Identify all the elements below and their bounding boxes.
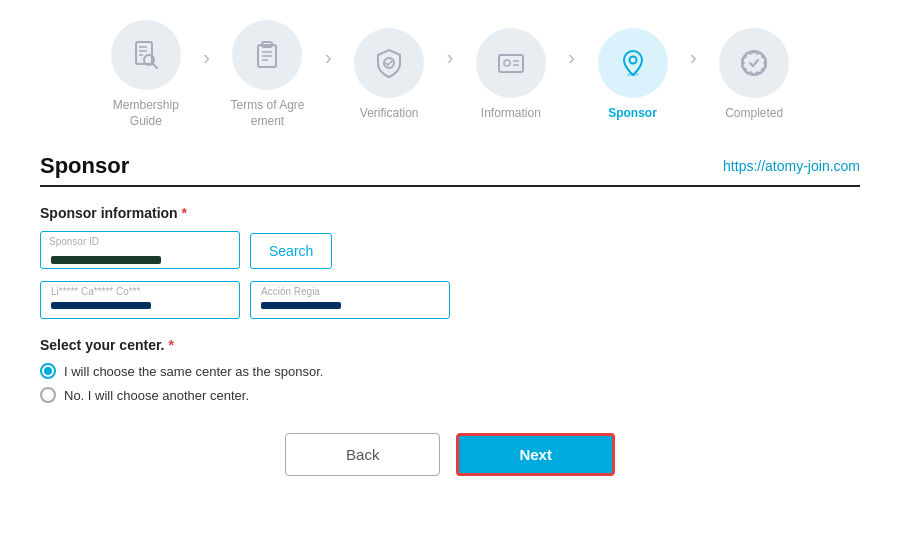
step-circle-terms (232, 20, 302, 90)
radio-same-center[interactable]: I will choose the same center as the spo… (40, 363, 860, 379)
sponsor-region-field[interactable]: Acción Regia (250, 281, 450, 319)
svg-line-2 (153, 64, 157, 68)
step-circle-membership (111, 20, 181, 90)
page-title: Sponsor (40, 153, 129, 179)
sponsor-region-placeholder: Acción Regia (261, 286, 320, 297)
name-region-row: Li***** Ca***** Co*** Acción Regia (40, 281, 860, 319)
arrow-3: › (447, 46, 454, 69)
step-completed: Completed (697, 28, 812, 121)
radio-other-center[interactable]: No. I will choose another center. (40, 387, 860, 403)
radio-same-label: I will choose the same center as the spo… (64, 364, 323, 379)
radio-other-label: No. I will choose another center. (64, 388, 249, 403)
sponsor-id-placeholder: Sponsor ID (49, 236, 99, 247)
sponsor-name-placeholder: Li***** Ca***** Co*** (51, 286, 141, 297)
step-label-verification: Verification (360, 105, 419, 121)
center-label: Select your center. * (40, 337, 860, 353)
step-information: Information (453, 28, 568, 121)
sponsor-info-label: Sponsor information * (40, 205, 860, 221)
svg-rect-14 (499, 55, 523, 72)
svg-line-13 (388, 61, 392, 65)
step-label-terms: Terms of Agreement (230, 97, 304, 129)
svg-point-15 (504, 60, 510, 66)
search-button[interactable]: Search (250, 233, 332, 269)
step-circle-sponsor (598, 28, 668, 98)
arrow-5: › (690, 46, 697, 69)
sponsor-header: Sponsor https://atomy-join.com (40, 153, 860, 187)
svg-point-20 (742, 51, 766, 75)
document-search-icon (129, 38, 163, 72)
sponsor-id-field[interactable]: Sponsor ID (40, 231, 240, 269)
step-verification: Verification (332, 28, 447, 121)
next-button[interactable]: Next (456, 433, 615, 476)
step-circle-information (476, 28, 546, 98)
buttons-row: Back Next (40, 433, 860, 476)
clipboard-icon (250, 38, 284, 72)
sponsor-info-section: Sponsor information * Sponsor ID Search … (40, 205, 860, 319)
page-wrapper: MembershipGuide › Terms of Agreement › (0, 0, 900, 560)
stepper: MembershipGuide › Terms of Agreement › (40, 20, 860, 129)
sponsor-id-wrap: Sponsor ID (40, 231, 240, 269)
sponsor-id-value-bar (51, 256, 161, 264)
id-card-icon (494, 46, 528, 80)
sponsor-name-field[interactable]: Li***** Ca***** Co*** (40, 281, 240, 319)
arrow-1: › (203, 46, 210, 69)
step-label-completed: Completed (725, 105, 783, 121)
arrow-2: › (325, 46, 332, 69)
step-circle-completed (719, 28, 789, 98)
sponsor-link[interactable]: https://atomy-join.com (723, 158, 860, 174)
sponsor-region-value (261, 302, 341, 309)
back-button[interactable]: Back (285, 433, 440, 476)
step-terms: Terms of Agreement (210, 20, 325, 129)
step-label-information: Information (481, 105, 541, 121)
badge-check-icon (737, 46, 771, 80)
step-membership-guide: MembershipGuide (88, 20, 203, 129)
step-circle-verification (354, 28, 424, 98)
step-sponsor: Sponsor (575, 28, 690, 121)
step-label-membership: MembershipGuide (113, 97, 179, 129)
shield-check-icon (372, 46, 406, 80)
sponsor-id-row: Sponsor ID Search (40, 231, 860, 269)
sponsor-name-value (51, 302, 151, 309)
arrow-4: › (568, 46, 575, 69)
svg-rect-19 (627, 73, 639, 76)
step-label-sponsor: Sponsor (608, 105, 657, 121)
radio-same-icon[interactable] (40, 363, 56, 379)
svg-point-18 (629, 57, 636, 64)
center-section: Select your center. * I will choose the … (40, 337, 860, 403)
radio-other-icon[interactable] (40, 387, 56, 403)
location-pin-icon (616, 46, 650, 80)
